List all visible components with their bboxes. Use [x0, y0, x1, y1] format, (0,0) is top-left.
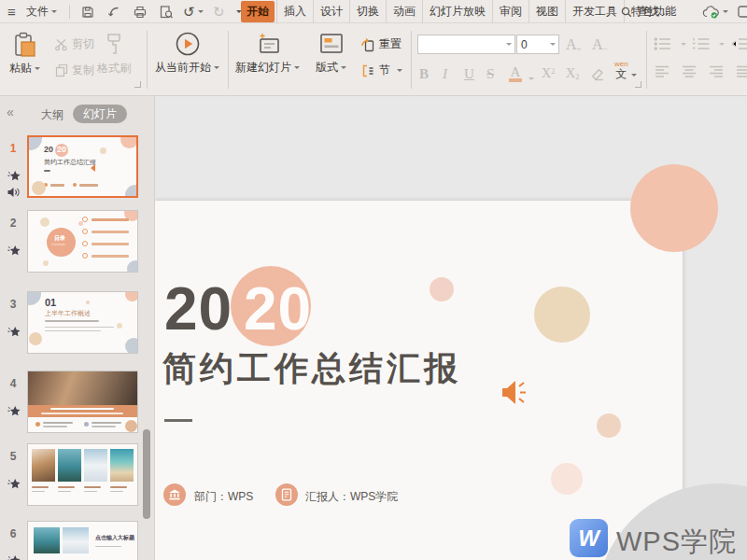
slide-thumbnail-4[interactable] [27, 371, 138, 433]
thumb-textbar [45, 330, 101, 331]
dialog-launcher[interactable] [134, 81, 141, 88]
play-from-current-button[interactable]: 从当前开始 [155, 31, 219, 76]
print-preview-button[interactable] [159, 0, 174, 23]
thumb-bullet [84, 422, 89, 427]
thumb-list-ring [82, 253, 88, 259]
slide-year-dark[interactable]: 20 [164, 279, 233, 339]
slide-thumbnail-2[interactable]: 目录 Contents [27, 210, 138, 273]
tab-outline[interactable]: 大纲 [41, 107, 63, 123]
phonetic-guide-button[interactable]: wén 文 [614, 61, 637, 79]
slide-canvas[interactable]: 20 20 简约工作总结汇报 部门：WPS 汇报人：WPS学院 [155, 201, 683, 560]
cloud-sync-button[interactable] [702, 0, 728, 23]
slide-number: 4 [4, 377, 22, 390]
thumb-textbar [92, 255, 129, 258]
group-divider [411, 31, 412, 89]
overlay-salmon-circle [630, 164, 718, 252]
deco-circle [534, 287, 590, 343]
reset-button[interactable]: 重置 [360, 36, 402, 52]
justify-icon[interactable] [735, 64, 747, 79]
thumb-textbar [32, 486, 49, 488]
section-button[interactable]: 节 [360, 63, 402, 78]
strikethrough-button[interactable]: S [486, 66, 494, 82]
thumb-list-ring [82, 229, 88, 234]
eraser-icon [590, 67, 606, 82]
thumb-year: 20 [57, 146, 66, 155]
thumb-year: 20 [44, 146, 53, 155]
thumb-textbar [92, 422, 121, 424]
tab-review[interactable]: 审阅 [493, 0, 529, 23]
tab-home[interactable]: 开始 [241, 1, 275, 22]
thumb-toc-title: 目录 [54, 235, 65, 242]
slide-thumbnail-1[interactable]: 20 20 简约工作总结汇报 [27, 135, 138, 198]
dept-label[interactable]: 部门：WPS [194, 489, 253, 505]
slide-thumbnail-5[interactable] [27, 443, 138, 506]
decrease-indent-icon[interactable] [730, 36, 747, 51]
numbered-list-icon[interactable] [692, 36, 711, 51]
audio-object[interactable] [498, 376, 533, 410]
animation-star-icon [7, 169, 21, 184]
share-button[interactable] [738, 0, 747, 23]
slide-thumbnail-6[interactable]: 点击输入大标题 [27, 521, 138, 560]
font-color-button[interactable]: A [509, 64, 522, 82]
slide-title[interactable]: 简约工作总结汇报 [162, 346, 461, 392]
wps-logo: W [570, 519, 608, 557]
speaker-icon [498, 376, 533, 410]
tab-slides[interactable]: 幻灯片 [73, 105, 127, 123]
export-button[interactable] [106, 0, 121, 23]
slide-year-light[interactable]: 20 [244, 279, 312, 339]
new-slide-button[interactable]: 新建幻灯片 [235, 31, 300, 76]
undo-button[interactable]: ↺ [183, 0, 204, 23]
file-menu[interactable]: 文件 [26, 0, 57, 23]
align-right-icon[interactable] [708, 64, 725, 79]
hamburger-menu-icon[interactable]: ≡ [7, 0, 16, 23]
tab-devtools[interactable]: 开发工具 [566, 0, 625, 23]
tab-view[interactable]: 视图 [529, 0, 566, 23]
subscript-button[interactable]: X2 [566, 66, 579, 81]
paste-button[interactable]: 粘贴 [9, 32, 40, 77]
format-painter-button[interactable]: 格式刷 [97, 32, 131, 77]
save-button[interactable] [80, 0, 95, 23]
tab-insert[interactable]: 插入 [276, 0, 314, 23]
deco-circle [86, 301, 90, 304]
underline-button[interactable]: U [464, 66, 474, 82]
align-left-icon[interactable] [654, 64, 670, 79]
clear-format-button[interactable] [590, 67, 606, 82]
find-button[interactable]: 查找... [620, 0, 669, 23]
animation-star-icon [7, 325, 21, 340]
watermark-label: WPS学院 [616, 524, 737, 560]
dialog-launcher[interactable] [635, 81, 641, 88]
deco-circle [27, 291, 41, 305]
collapse-panel-button[interactable]: « [7, 105, 14, 119]
thumb-textbar [45, 320, 99, 322]
layout-button[interactable]: 版式 [316, 31, 346, 76]
deco-circle [29, 332, 42, 345]
redo-button[interactable]: ↻ [213, 0, 225, 23]
printer-icon [133, 5, 148, 20]
font-size-combo[interactable] [516, 35, 559, 54]
animation-star-icon [7, 477, 21, 492]
thumb-photo-lake [58, 449, 81, 482]
cut-button[interactable]: 剪切 [54, 36, 94, 52]
tab-design[interactable]: 设计 [314, 0, 350, 23]
tab-animation[interactable]: 动画 [387, 0, 423, 23]
font-name-combo[interactable] [417, 35, 515, 54]
print-button[interactable] [133, 0, 148, 23]
font-name-input[interactable] [418, 35, 503, 53]
animation-star-icon [7, 244, 21, 259]
italic-button[interactable]: I [443, 66, 447, 82]
panel-scrollbar-thumb[interactable] [143, 429, 150, 519]
reporter-label[interactable]: 汇报人：WPS学院 [305, 489, 398, 505]
superscript-button[interactable]: X2 [542, 66, 555, 81]
bullet-list-icon[interactable] [654, 36, 672, 51]
increase-font-button[interactable]: A+ [566, 36, 582, 53]
align-center-icon[interactable] [681, 64, 698, 79]
font-size-input[interactable] [517, 35, 547, 53]
tab-slideshow[interactable]: 幻灯片放映 [423, 0, 493, 23]
bold-button[interactable]: B [419, 66, 429, 82]
deco-circle [78, 221, 83, 226]
copy-button[interactable]: 复制 [54, 63, 94, 78]
slide-thumbnail-3[interactable]: 01 上半年工作概述 [27, 291, 138, 354]
tab-transition[interactable]: 切换 [350, 0, 387, 23]
save-icon [80, 5, 95, 20]
decrease-font-button[interactable]: A− [592, 36, 608, 53]
